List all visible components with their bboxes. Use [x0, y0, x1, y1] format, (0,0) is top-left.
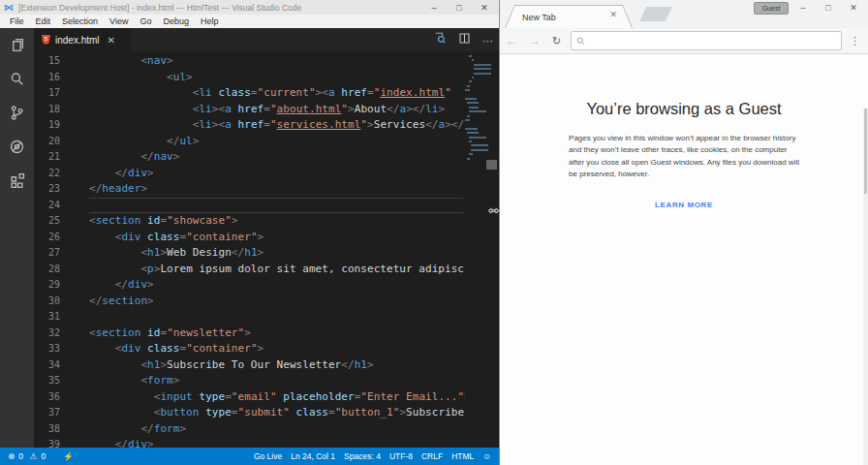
status-spaces-4[interactable]: Spaces: 4	[344, 451, 381, 461]
guest-profile-badge[interactable]: Guest	[754, 2, 789, 15]
code-line[interactable]	[89, 309, 465, 326]
chrome-scrollbar-thumb[interactable]	[864, 108, 867, 194]
guest-description-line: Pages you view in this window won’t appe…	[569, 133, 799, 144]
menu-view[interactable]: View	[104, 16, 134, 26]
tab-label: index.html	[55, 35, 100, 46]
menu-file[interactable]: File	[4, 16, 30, 26]
reload-button[interactable]: ↻	[546, 35, 567, 47]
explorer-icon[interactable]	[0, 28, 34, 62]
code-content[interactable]: <nav> <ul> <li class="current"><a href="…	[89, 53, 465, 448]
code-line[interactable]: </div>	[89, 277, 465, 294]
code-line[interactable]: <h1>Web Design</h1>	[89, 245, 465, 262]
guest-description-line: be preserved, however.	[569, 169, 799, 180]
tab-index-html[interactable]: 5 index.html ✕	[34, 28, 131, 51]
code-line[interactable]: </header>	[89, 181, 465, 198]
line-number: 39	[34, 437, 60, 448]
status-utf-8[interactable]: UTF-8	[389, 451, 413, 461]
chrome-tab-label: New Tab	[522, 13, 556, 22]
minimize-button[interactable]: –	[421, 0, 447, 15]
chrome-tab-close-icon[interactable]: ✕	[609, 10, 617, 19]
line-number: 31	[34, 309, 60, 326]
code-line[interactable]: <li><a href="services.html">Services</a>…	[89, 117, 465, 134]
minimap[interactable]	[465, 53, 484, 446]
menu-help[interactable]: Help	[195, 16, 225, 26]
code-line[interactable]: <ul>	[89, 70, 465, 86]
code-line[interactable]: </div>	[89, 437, 465, 448]
maximize-button[interactable]: □	[447, 0, 472, 15]
status-problems[interactable]: ⊗ 0 ⚠ 0 ⚡	[0, 451, 74, 461]
vscode-status-bar: ⊗ 0 ⚠ 0 ⚡ Go LiveLn 24, Col 1Spaces: 4UT…	[0, 448, 499, 465]
feedback-bolt-icon[interactable]: ⚡	[63, 451, 74, 461]
code-line[interactable]: <h1>Subscribe To Our Newsletter</h1>	[89, 357, 465, 374]
line-number: 17	[34, 85, 60, 102]
resize-cursor-icon: ↔	[486, 200, 501, 216]
code-line[interactable]: <li class="current"><a href="index.html"	[89, 85, 465, 102]
code-line[interactable]: </div>	[89, 166, 465, 182]
code-line[interactable]: <section id="showcase">	[89, 213, 465, 230]
line-number: 37	[34, 405, 60, 421]
more-actions-icon[interactable]: ⋯	[482, 31, 493, 48]
status-html[interactable]: HTML	[451, 451, 474, 461]
split-editor-icon[interactable]	[458, 31, 471, 48]
status-go-live[interactable]: Go Live	[254, 451, 282, 461]
code-line[interactable]: </form>	[89, 421, 465, 438]
minimize-button[interactable]: –	[790, 0, 816, 16]
guest-description: Pages you view in this window won’t appe…	[569, 133, 799, 180]
chrome-scrollbar[interactable]	[863, 108, 868, 465]
feedback-smiley-icon[interactable]: ☺	[482, 451, 491, 461]
code-editor[interactable]: 1516171819202122232425262728293031323334…	[34, 51, 499, 448]
extensions-icon[interactable]	[0, 164, 34, 198]
open-preview-icon[interactable]	[433, 31, 447, 48]
learn-more-link[interactable]: LEARN MORE	[500, 201, 868, 209]
line-number: 32	[34, 326, 60, 342]
address-bar[interactable]	[571, 31, 842, 50]
close-button[interactable]: ✕	[841, 0, 866, 16]
code-line[interactable]: </nav>	[89, 149, 465, 166]
html5-file-icon: 5	[42, 35, 50, 45]
run-debug-icon[interactable]	[0, 130, 34, 164]
line-number: 18	[34, 102, 60, 118]
editor-scrollbar-thumb[interactable]	[486, 160, 497, 170]
code-line[interactable]	[89, 198, 463, 214]
guest-description-line: and they won’t leave other traces, like …	[569, 144, 799, 156]
code-line[interactable]: <nav>	[89, 53, 465, 70]
chrome-menu-icon[interactable]: ⋮	[850, 35, 868, 47]
code-line[interactable]: <input type="email" placeholder="Enter E…	[89, 389, 465, 406]
code-line[interactable]: <p>Lorem ipsum dolor sit amet, consectet…	[89, 262, 465, 278]
status-ln-24-col-1[interactable]: Ln 24, Col 1	[291, 451, 335, 461]
line-number: 15	[34, 53, 60, 70]
menu-go[interactable]: Go	[134, 16, 157, 26]
line-number-gutter: 1516171819202122232425262728293031323334…	[34, 53, 60, 448]
line-number: 26	[34, 230, 60, 246]
menu-selection[interactable]: Selection	[56, 16, 104, 26]
tab-close-icon[interactable]: ✕	[108, 35, 115, 46]
line-number: 36	[34, 389, 60, 406]
editor-actions: ⋯	[433, 28, 493, 51]
forward-button[interactable]: →	[523, 34, 546, 47]
code-line[interactable]: </section>	[89, 294, 465, 310]
back-button[interactable]: ←	[500, 34, 523, 47]
chrome-tab-new-tab[interactable]: New Tab ✕	[505, 5, 633, 28]
line-number: 22	[34, 166, 60, 182]
code-line[interactable]: <div class="container">	[89, 230, 465, 246]
code-line[interactable]: <button type="submit" class="button_1">S…	[89, 405, 465, 421]
line-number: 16	[34, 70, 60, 86]
code-line[interactable]: <li><a href="about.html">About</a></li>	[89, 102, 465, 118]
code-line[interactable]: <div class="container">	[89, 341, 465, 357]
menu-debug[interactable]: Debug	[157, 16, 195, 26]
menu-edit[interactable]: Edit	[30, 16, 57, 26]
new-tab-button[interactable]	[639, 7, 672, 21]
search-icon	[576, 37, 585, 46]
line-number: 24	[34, 198, 60, 214]
close-button[interactable]: ✕	[472, 0, 497, 15]
maximize-button[interactable]: □	[816, 0, 841, 16]
status-crlf[interactable]: CRLF	[421, 451, 443, 461]
warnings-icon: ⚠	[30, 451, 38, 461]
editor-scrollbar[interactable]	[484, 51, 499, 448]
code-line[interactable]: </ul>	[89, 134, 465, 150]
code-line[interactable]: <form>	[89, 373, 465, 389]
search-icon[interactable]	[0, 62, 34, 96]
guest-heading: You’re browsing as a Guest	[500, 100, 868, 118]
code-line[interactable]: <section id="newsletter">	[89, 326, 465, 342]
source-control-icon[interactable]	[0, 96, 34, 130]
